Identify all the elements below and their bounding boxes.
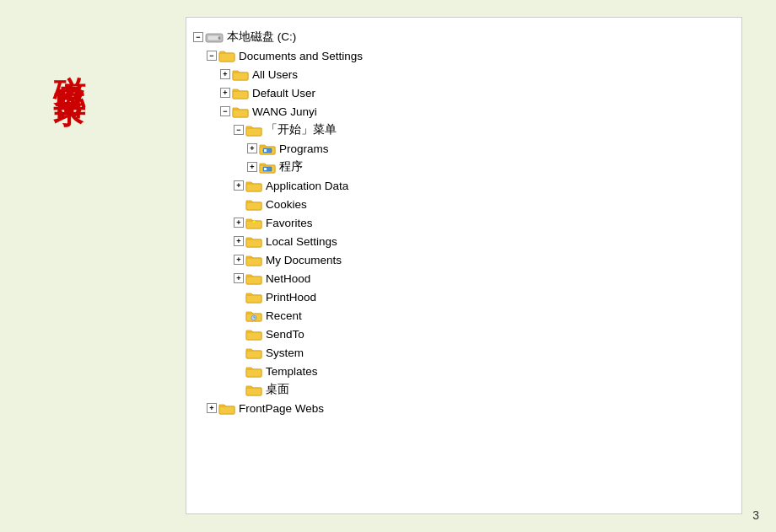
start-label: 「开始」菜单 bbox=[266, 122, 337, 137]
expand-favorites[interactable]: + bbox=[234, 218, 244, 228]
cookies-label: Cookies bbox=[266, 198, 307, 211]
tree-row-programs[interactable]: + Programs bbox=[193, 139, 735, 158]
docs-label: Documents and Settings bbox=[239, 50, 363, 62]
folder-icon-favorites bbox=[245, 216, 262, 229]
tree-row-mydocs[interactable]: + My Documents bbox=[193, 250, 735, 269]
folder-icon-nethood bbox=[245, 271, 262, 285]
expand-nethood[interactable]: + bbox=[234, 273, 244, 283]
svg-rect-4 bbox=[233, 73, 248, 80]
folder-icon-allusers bbox=[232, 67, 249, 81]
frontpage-label: FrontPage Webs bbox=[239, 402, 324, 415]
system-label: System bbox=[266, 347, 304, 359]
folder-icon-programs bbox=[259, 142, 276, 155]
folder-icon-recent bbox=[245, 309, 262, 322]
collapse-root[interactable]: − bbox=[193, 32, 203, 42]
recent-label: Recent bbox=[266, 309, 302, 322]
svg-rect-13 bbox=[264, 168, 267, 170]
tree-row-sendto[interactable]: SendTo bbox=[193, 325, 735, 343]
tree-row-wang[interactable]: − WANG Junyi bbox=[193, 102, 735, 121]
svg-rect-26 bbox=[246, 332, 261, 340]
tree-row-cookies[interactable]: Cookies bbox=[193, 195, 735, 213]
svg-point-2 bbox=[218, 37, 221, 40]
localsettings-label: Local Settings bbox=[266, 235, 337, 248]
expand-localsettings[interactable]: + bbox=[234, 236, 244, 246]
svg-rect-6 bbox=[233, 110, 248, 117]
collapse-wang[interactable]: − bbox=[220, 106, 230, 116]
tree-row-desktop[interactable]: 桌面 bbox=[193, 380, 735, 399]
folder-icon-start bbox=[245, 123, 262, 137]
folder-icon-appdata bbox=[245, 179, 262, 192]
svg-rect-29 bbox=[246, 388, 261, 395]
tree-row-defaultuser[interactable]: + Default User bbox=[193, 83, 735, 102]
tree-row-appdata[interactable]: + Application Data bbox=[193, 176, 735, 195]
svg-rect-28 bbox=[246, 369, 261, 377]
tree-row-favorites[interactable]: + Favorites bbox=[193, 213, 735, 232]
folder-icon-frontpage bbox=[218, 401, 235, 415]
templates-label: Templates bbox=[266, 365, 318, 378]
mydocs-label: My Documents bbox=[266, 254, 342, 266]
chengxu-label: 程序 bbox=[279, 159, 303, 175]
expand-programs[interactable]: + bbox=[247, 143, 257, 153]
folder-icon-chengxu bbox=[259, 160, 276, 174]
printhood-label: PrintHood bbox=[266, 291, 316, 304]
tree-container: − 本地磁盘 (C:) − Documents and Setti bbox=[186, 17, 742, 514]
expand-frontpage[interactable]: + bbox=[207, 403, 217, 413]
folder-icon-templates bbox=[245, 364, 262, 378]
expand-allusers[interactable]: + bbox=[220, 69, 230, 79]
expand-defaultuser[interactable]: + bbox=[220, 88, 230, 98]
expand-appdata[interactable]: + bbox=[234, 180, 244, 191]
svg-rect-20 bbox=[246, 277, 261, 284]
nethood-label: NetHood bbox=[266, 272, 310, 285]
tree-row-chengxu[interactable]: + 程序 bbox=[193, 158, 735, 176]
folder-icon-sendto bbox=[245, 327, 262, 341]
folder-icon-defaultuser bbox=[232, 86, 249, 99]
tree-row-start[interactable]: − 「开始」菜单 bbox=[193, 121, 735, 139]
svg-rect-30 bbox=[219, 406, 234, 414]
folder-icon-system bbox=[245, 346, 262, 359]
folder-icon-wang bbox=[232, 105, 249, 118]
page-container: 磁盘目录 − 本地磁盘 (C:) − bbox=[0, 0, 776, 532]
tree-row-root[interactable]: − 本地磁盘 (C:) bbox=[193, 28, 735, 46]
svg-rect-1 bbox=[207, 35, 219, 40]
collapse-docs[interactable]: − bbox=[207, 51, 217, 61]
svg-rect-7 bbox=[246, 128, 261, 136]
tree-row-templates[interactable]: Templates bbox=[193, 362, 735, 380]
folder-icon-cookies bbox=[245, 197, 262, 211]
tree-row-recent[interactable]: Recent bbox=[193, 306, 735, 325]
wang-label: WANG Junyi bbox=[252, 105, 317, 118]
tree-row-system[interactable]: System bbox=[193, 343, 735, 362]
svg-rect-21 bbox=[246, 295, 261, 303]
svg-rect-18 bbox=[246, 239, 261, 247]
tree-row-nethood[interactable]: + NetHood bbox=[193, 269, 735, 287]
folder-icon-desktop bbox=[245, 383, 262, 396]
allusers-label: All Users bbox=[252, 68, 298, 81]
defaultuser-label: Default User bbox=[252, 87, 315, 99]
expand-chengxu[interactable]: + bbox=[247, 162, 257, 172]
svg-rect-5 bbox=[233, 91, 248, 99]
sendto-label: SendTo bbox=[266, 328, 304, 341]
svg-rect-27 bbox=[246, 351, 261, 358]
root-label: 本地磁盘 (C:) bbox=[227, 30, 296, 45]
page-number: 3 bbox=[752, 508, 759, 522]
svg-rect-15 bbox=[246, 202, 261, 210]
tree-row-localsettings[interactable]: + Local Settings bbox=[193, 232, 735, 250]
sidebar-label: 磁盘目录 bbox=[51, 51, 86, 78]
collapse-start[interactable]: − bbox=[234, 125, 244, 135]
svg-rect-10 bbox=[264, 149, 267, 152]
hdd-icon bbox=[205, 30, 224, 44]
tree-row-allusers[interactable]: + All Users bbox=[193, 65, 735, 83]
svg-rect-3 bbox=[219, 53, 234, 62]
tree-row-frontpage[interactable]: + FrontPage Webs bbox=[193, 399, 735, 417]
folder-icon-docs bbox=[218, 49, 235, 62]
favorites-label: Favorites bbox=[266, 217, 313, 229]
expand-mydocs[interactable]: + bbox=[234, 255, 244, 265]
folder-icon-localsettings bbox=[245, 234, 262, 248]
appdata-label: Application Data bbox=[266, 180, 348, 192]
tree-row-printhood[interactable]: PrintHood bbox=[193, 287, 735, 306]
programs-label: Programs bbox=[279, 142, 329, 155]
folder-icon-mydocs bbox=[245, 253, 262, 266]
folder-icon-printhood bbox=[245, 290, 262, 304]
svg-rect-14 bbox=[246, 184, 261, 191]
desktop-label: 桌面 bbox=[266, 382, 289, 397]
tree-row-docs[interactable]: − Documents and Settings bbox=[193, 46, 735, 65]
